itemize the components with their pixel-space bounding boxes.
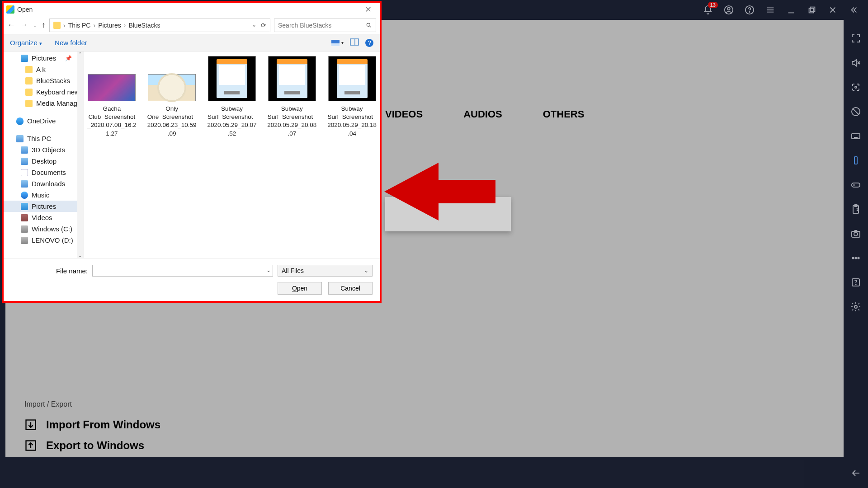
dialog-toolbar: Organize ▾ New folder ▾ ? [4,34,380,52]
nav-item-pictures[interactable]: Pictures [4,201,84,212]
file-list[interactable]: Gacha Club_Screenshot_2020.07.08_16.21.2… [84,52,380,258]
nav-item-desktop[interactable]: Desktop [4,155,84,167]
no-eye-icon[interactable] [850,106,862,117]
svg-rect-12 [854,157,857,164]
file-name: Only One_Screenshot_2020.06.23_10.59.09 [147,105,197,138]
chevron-right-icon[interactable]: › [124,22,126,29]
svg-point-17 [854,232,858,236]
search-placeholder: Search BlueStacks [278,22,331,29]
bell-icon[interactable]: 13 [702,4,714,16]
svg-rect-5 [809,8,814,13]
nav-recent-icon[interactable]: ⌄ [33,22,37,28]
hamburger-icon[interactable] [764,4,777,16]
camera-icon[interactable] [850,228,862,239]
tab-others[interactable]: OTHERS [543,108,585,120]
volume-mute-icon[interactable] [850,57,862,69]
new-folder-button[interactable]: New folder [55,39,87,47]
back-icon[interactable] [850,467,862,479]
fullscreen-icon[interactable] [850,33,862,44]
help-icon[interactable] [743,4,756,16]
pin-icon: 📌 [65,55,72,61]
cancel-button[interactable]: Cancel [328,282,373,295]
nav-back-icon[interactable]: ← [7,20,15,30]
tab-audios[interactable]: AUDIOS [463,108,502,120]
rotate-icon[interactable] [850,155,862,166]
nav-arrows: ← → ⌄ ↑ [7,20,46,30]
open-button[interactable]: Open [278,282,322,295]
breadcrumb-bluestacks[interactable]: BlueStacks [128,22,160,29]
address-bar[interactable]: › This PC › Pictures › BlueStacks ⌄ ⟳ [49,19,270,32]
svg-point-23 [854,305,857,308]
upload-dropzone[interactable] [385,197,511,231]
close-icon[interactable]: ✕ [359,5,377,14]
account-icon[interactable] [722,4,735,16]
close-app-icon[interactable] [826,4,839,16]
thumbnail [268,56,316,101]
minimize-icon[interactable] [785,4,797,16]
tab-videos[interactable]: VIDEOS [385,108,423,120]
nav-item-lenovo-d[interactable]: LENOVO (D:) [4,235,84,246]
search-input[interactable]: Search BlueStacks [274,19,376,32]
file-item[interactable]: Subway Surf_Screenshot_2020.05.29_20.18.… [327,56,377,138]
file-item[interactable]: Only One_Screenshot_2020.06.23_10.59.09 [147,56,197,138]
nav-up-icon[interactable]: ↑ [42,20,46,30]
nav-item-downloads[interactable]: Downloads [4,178,84,189]
chevron-down-icon: ▾ [39,41,42,46]
export-to-windows[interactable]: Export to Windows [24,439,160,452]
nav-item-onedrive[interactable]: OneDrive [4,115,84,127]
nav-item-windows-c[interactable]: Windows (C:) [4,223,84,235]
nav-item-3dobjects[interactable]: 3D Objects [4,144,84,155]
nav-item-media-manager[interactable]: Media Manager [4,98,84,109]
export-label: Export to Windows [46,439,144,452]
dialog-help-icon[interactable]: ? [365,39,373,47]
keyboard-icon[interactable] [850,130,862,142]
nav-item-thispc[interactable]: This PC [4,133,84,144]
import-from-windows[interactable]: Import From Windows [24,418,160,431]
chevron-down-icon[interactable]: ⌄ [266,267,271,273]
nav-item-documents[interactable]: Documents [4,167,84,178]
nav-forward-icon: → [20,20,28,30]
clipboard-icon[interactable] [850,203,862,215]
svg-rect-11 [852,134,860,139]
file-item[interactable]: Subway Surf_Screenshot_2020.05.29_20.07.… [207,56,257,138]
file-item[interactable]: Gacha Club_Screenshot_2020.07.08_16.21.2… [87,56,137,138]
app-logo-icon [6,5,14,14]
nav-item-videos[interactable]: Videos [4,212,84,223]
chevron-right-icon[interactable]: › [93,22,95,29]
thumbnail [148,74,196,101]
settings-icon[interactable] [850,301,862,313]
nav-scrollbar[interactable] [77,52,84,258]
nav-item-music[interactable]: Music [4,189,84,201]
organize-menu[interactable]: Organize ▾ [10,39,42,47]
chevron-right-icon[interactable]: › [63,22,66,29]
import-export-section: Import / Export Import From Windows Expo… [24,400,160,452]
restore-icon[interactable] [806,4,818,16]
breadcrumb-thispc[interactable]: This PC [68,22,91,29]
svg-point-22 [855,284,856,285]
preview-pane-icon[interactable] [350,38,359,47]
file-item[interactable]: Subway Surf_Screenshot_2020.05.29_20.08.… [267,56,317,138]
nav-item-pictures-qa[interactable]: Pictures📌 [4,52,84,64]
svg-point-18 [852,257,854,258]
help-square-icon[interactable] [850,277,862,288]
breadcrumb-pictures[interactable]: Pictures [98,22,121,29]
location-icon[interactable] [850,81,862,93]
nav-item-ak[interactable]: A k [4,64,84,75]
file-name-input[interactable]: ⌄ [92,265,273,277]
file-name: Gacha Club_Screenshot_2020.07.08_16.21.2… [87,105,137,138]
gamepad-icon[interactable] [850,179,862,191]
thumbnail [88,74,136,101]
svg-point-1 [727,8,730,10]
view-mode-icon[interactable]: ▾ [331,40,344,46]
file-type-select[interactable]: All Files⌄ [278,265,373,277]
collapse-sidebar-icon[interactable] [847,4,860,16]
nav-item-bluestacks[interactable]: BlueStacks [4,75,84,86]
refresh-icon[interactable]: ⟳ [261,22,266,29]
more-icon[interactable] [850,252,862,264]
svg-point-9 [855,86,857,88]
address-dropdown-icon[interactable]: ⌄ [252,22,256,29]
nav-item-keyboard[interactable]: Keyboard new [4,86,84,98]
thumbnail [208,56,256,101]
notification-badge: 13 [708,2,718,8]
dialog-titlebar: Open ✕ [4,3,380,16]
